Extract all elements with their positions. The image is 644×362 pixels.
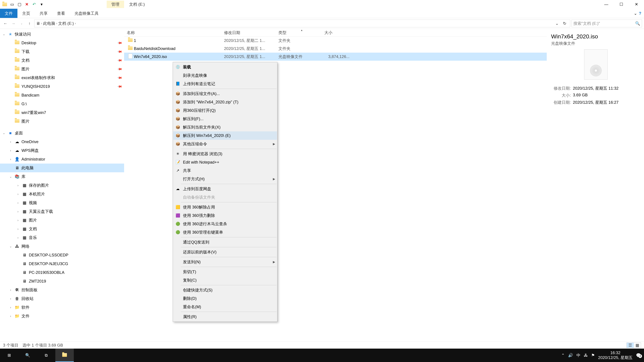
- chevron-right-icon[interactable]: ›: [75, 22, 76, 25]
- tree-library-item[interactable]: ›▦图片: [0, 216, 124, 225]
- context-menu-item[interactable]: 🟪使用 360强力删除: [173, 211, 277, 220]
- context-menu-item[interactable]: ↗共享: [173, 166, 277, 175]
- tree-network-item[interactable]: 🖥ZMT2019: [0, 277, 124, 286]
- tree-quick-item[interactable]: Bandicam: [0, 91, 124, 99]
- context-menu-item[interactable]: 重命名(M): [173, 303, 277, 311]
- context-menu-item[interactable]: 🟢使用 360进行木马云查杀: [173, 220, 277, 228]
- context-menu-item[interactable]: 📦用360压缩打开(Q): [173, 106, 277, 115]
- tree-desktop-item[interactable]: ›☁OneDrive: [0, 137, 124, 146]
- tree-library-item[interactable]: ›▦文档: [0, 225, 124, 233]
- tray-overflow-icon[interactable]: ⌃: [561, 353, 565, 358]
- context-menu-item[interactable]: 📝Edit with Notepad++: [173, 158, 277, 166]
- ribbon-tab-home[interactable]: 主页: [18, 9, 35, 18]
- context-menu-item[interactable]: ✳用 蜂蜜浏览器 浏览(3): [173, 150, 277, 158]
- ribbon-tab-share[interactable]: 共享: [35, 9, 52, 18]
- tree-library-item[interactable]: ›▦本机照片: [0, 190, 124, 198]
- context-menu-item[interactable]: 复制(C): [173, 276, 277, 284]
- taskbar-clock[interactable]: 16:32 2020/12/25, 星期五: [598, 351, 632, 360]
- tree-misc-item[interactable]: ›🛠控制面板: [0, 286, 124, 294]
- tree-misc-item[interactable]: ›📁文件: [0, 312, 124, 321]
- chevron-right-icon[interactable]: ›: [56, 22, 57, 25]
- maximize-button[interactable]: ☐: [614, 0, 629, 9]
- tree-misc-item[interactable]: ›📁软件: [0, 303, 124, 312]
- tree-network-item[interactable]: 🖥PC-20190530OBLA: [0, 268, 124, 277]
- search-input[interactable]: 搜索"文档 (E:)" 🔍: [572, 19, 642, 27]
- tree-network-item[interactable]: 🖥DESKTOP-LSSOEDP: [0, 251, 124, 259]
- column-header-name[interactable]: 名称: [127, 30, 224, 35]
- tree-quick-item[interactable]: 下载📌: [0, 47, 124, 56]
- tree-desktop-item[interactable]: ›👤Administrator: [0, 155, 124, 164]
- tree-desktop-item[interactable]: ⌄📚库: [0, 172, 124, 181]
- qat-properties[interactable]: ▭: [9, 1, 16, 8]
- nav-forward-button[interactable]: →: [10, 20, 17, 27]
- context-menu-item[interactable]: 创建快捷方式(S): [173, 286, 277, 294]
- nav-up-button[interactable]: ↑: [26, 20, 33, 27]
- context-menu-item[interactable]: 属性(R): [173, 313, 277, 321]
- context-menu-item[interactable]: 💿装载: [173, 63, 277, 71]
- tree-library-item[interactable]: ›▦视频: [0, 198, 124, 207]
- context-menu-item[interactable]: ☁上传到百度网盘: [173, 185, 277, 193]
- breadcrumb-segment[interactable]: 文档 (E:): [58, 21, 74, 26]
- tree-quick-item[interactable]: 文档📌: [0, 56, 124, 65]
- icons-view-button[interactable]: ▦: [634, 343, 641, 348]
- file-row[interactable]: BaiduNetdiskDownload2020/12/25, 星期五 1...…: [124, 44, 547, 53]
- task-view-button[interactable]: ⧉: [37, 349, 55, 362]
- tree-misc-item[interactable]: ›🗑回收站: [0, 294, 124, 303]
- context-menu-item[interactable]: 🟢使用 360管理右键菜单: [173, 228, 277, 237]
- tree-quick-item[interactable]: excel表格制作求和📌: [0, 73, 124, 82]
- context-menu-item[interactable]: 通过QQ发送到: [173, 238, 277, 246]
- tree-library-item[interactable]: ›▦音乐: [0, 233, 124, 242]
- qat-undo[interactable]: ↶: [31, 1, 38, 8]
- ribbon-tab-view[interactable]: 查看: [52, 9, 70, 18]
- file-row[interactable]: Win7x64_2020.iso2020/12/25, 星期五 1...光盘映像…: [124, 53, 547, 61]
- ime-indicator[interactable]: 中: [576, 353, 580, 358]
- action-center-icon[interactable]: 💬3: [636, 353, 641, 358]
- context-menu-item[interactable]: 删除(D): [173, 294, 277, 303]
- context-menu-item[interactable]: 📦解压到当前文件夹(X): [173, 123, 277, 131]
- context-menu-item[interactable]: 📦添加到 "Win7x64_2020.zip" (T): [173, 98, 277, 106]
- context-menu-item[interactable]: 剪切(T): [173, 268, 277, 276]
- taskbar-search-button[interactable]: 🔍: [18, 349, 37, 362]
- tree-quick-item[interactable]: G:\: [0, 99, 124, 108]
- qat-delete[interactable]: ✕: [24, 1, 30, 8]
- context-menu-item[interactable]: 📦添加到压缩文件(A)...: [173, 89, 277, 98]
- tree-quick-item[interactable]: Desktop📌: [0, 38, 124, 47]
- tree-desktop-item[interactable]: ›☁WPS网盘: [0, 146, 124, 155]
- context-menu-item[interactable]: 刻录光盘映像: [173, 71, 277, 80]
- refresh-icon[interactable]: ↻: [561, 21, 568, 26]
- column-header-size[interactable]: 大小: [324, 30, 351, 35]
- ribbon-tab-disc-tools[interactable]: 光盘映像工具: [70, 9, 103, 18]
- address-dropdown-icon[interactable]: ⌄: [554, 21, 560, 26]
- tree-library-item[interactable]: ›▦保存的图片: [0, 181, 124, 190]
- tree-quick-item[interactable]: win7重装win7: [0, 108, 124, 117]
- security-icon[interactable]: ⚑: [591, 353, 595, 358]
- ribbon-file-tab[interactable]: 文件: [0, 9, 18, 18]
- tree-quick-item[interactable]: YUNQISHI2019📌: [0, 82, 124, 91]
- qat-new[interactable]: ▢: [16, 1, 23, 8]
- search-icon[interactable]: 🔍: [635, 21, 640, 26]
- help-icon[interactable]: ?: [639, 11, 641, 16]
- tree-network[interactable]: ⌄🖧网络: [0, 242, 124, 251]
- qat-customize[interactable]: ▾: [38, 1, 45, 8]
- context-menu-item[interactable]: 还原以前的版本(V): [173, 248, 277, 256]
- taskbar-explorer-button[interactable]: [55, 349, 74, 362]
- tree-network-item[interactable]: 🖥DESKTOP-NJEU3CG: [0, 259, 124, 268]
- file-row[interactable]: 12020/12/15, 星期二 1...文件夹: [124, 36, 547, 44]
- chevron-right-icon[interactable]: ›: [41, 22, 42, 25]
- breadcrumb[interactable]: 🖥 › 此电脑 › 文档 (E:) › ⌄ ↻: [34, 19, 570, 27]
- tree-quick-item[interactable]: 图片: [0, 117, 124, 126]
- close-button[interactable]: ✕: [629, 0, 644, 9]
- start-button[interactable]: ⊞: [0, 349, 18, 362]
- context-menu-item[interactable]: 📦解压到(F)...: [173, 115, 277, 123]
- context-menu-item[interactable]: 🟨使用 360解除占用: [173, 203, 277, 211]
- context-menu-item[interactable]: 打开方式(H)▶: [173, 175, 277, 183]
- nav-back-button[interactable]: ←: [2, 20, 9, 27]
- nav-history-dropdown[interactable]: ⌄: [18, 20, 25, 27]
- details-view-button[interactable]: ☰: [627, 343, 634, 348]
- network-icon[interactable]: 🖧: [584, 353, 588, 358]
- ribbon-expand-icon[interactable]: ⌄: [634, 11, 637, 16]
- tree-desktop[interactable]: ⌄■桌面: [0, 129, 124, 137]
- breadcrumb-segment[interactable]: 此电脑: [43, 21, 55, 26]
- tree-library-item[interactable]: ›▦天翼云盘下载: [0, 207, 124, 216]
- volume-icon[interactable]: 🔊: [568, 353, 573, 358]
